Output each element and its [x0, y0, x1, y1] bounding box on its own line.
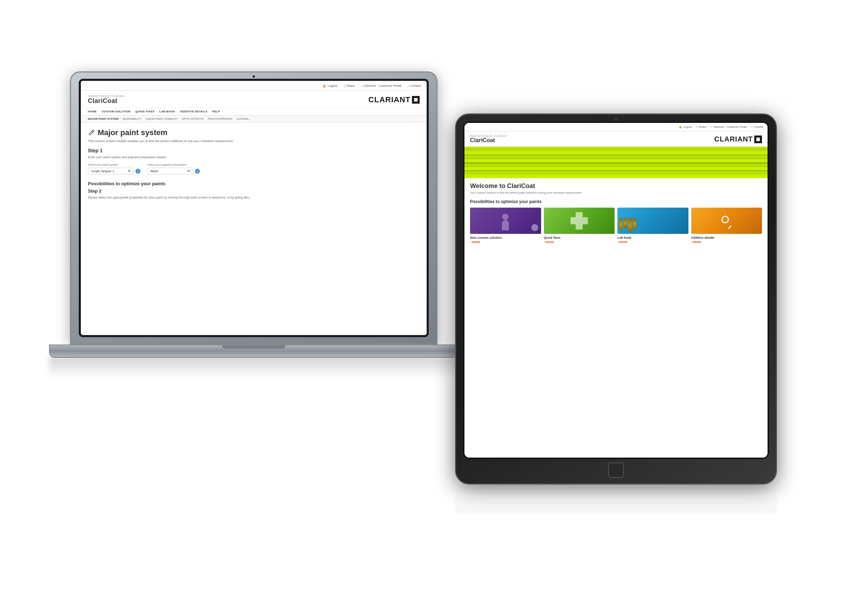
lab-cylinder-2 [624, 218, 627, 228]
tablet-welcome-desc: Your custom solution to find the perfect… [470, 191, 762, 194]
tablet-content: Welcome to ClariCoat Your custom solutio… [465, 178, 767, 248]
paint-system-select[interactable]: Acrylic lacquer 1 [88, 168, 133, 175]
paint-system-label: Select your paint system [88, 163, 140, 166]
laptop-screen-content: 🔒 Logout ⟨ Share ▪ ClariHub - Customer P… [81, 81, 427, 335]
page-title-text: Major paint system [98, 128, 167, 137]
tablet-logo-area: INNOVATIONS BY CLARIANT ClariCoat [470, 135, 507, 144]
hero-lines [465, 147, 767, 178]
portal-icon: ▪ [361, 84, 362, 87]
tablet-clariant-square-icon [754, 135, 762, 143]
nav-help[interactable]: HELP [212, 110, 220, 113]
laptop-contact-label: Contact [410, 84, 421, 87]
laptop-content: Major paint system This custom solution … [81, 123, 427, 205]
scene: 🔒 Logout ⟨ Share ▪ ClariHub - Customer P… [49, 43, 819, 569]
tablet-portal-item[interactable]: ▪ ClariHub - Customer Portal [711, 125, 747, 129]
laptop-clariant-text: CLARIANT [369, 95, 411, 104]
tablet-home-button[interactable] [608, 463, 624, 478]
tablet-camera [614, 118, 618, 121]
tablet-contact-icon: ▪ [752, 125, 753, 129]
laptop-step2-desc: Please select the appropriate properties… [88, 196, 420, 199]
card-quick-image [544, 208, 615, 234]
card-custom: New custom solution › MORE [470, 208, 541, 244]
subnav-liquid-paint[interactable]: LIQUID PAINT STABILITY [146, 117, 178, 120]
tablet-logout-label: Logout [683, 125, 691, 129]
tablet-lock-icon: 🔒 [679, 125, 682, 129]
laptop-step2-title: Step 2 [88, 188, 420, 194]
pigment-select[interactable]: Black [147, 168, 193, 175]
laptop-brand-label: ClariCoat [88, 97, 125, 105]
card-quick: Quick fixes › MORE [544, 208, 615, 244]
lab-cylinder-1 [619, 218, 623, 230]
nav-custom-solution[interactable]: CUSTOM SOLUTION [101, 110, 130, 113]
card-lab-more[interactable]: › MORE [617, 241, 688, 244]
card-quick-more[interactable]: › MORE [544, 241, 615, 244]
card-custom-more[interactable]: › MORE [470, 241, 541, 244]
tablet-logout-item[interactable]: 🔒 Logout [679, 125, 691, 129]
laptop-screen: 🔒 Logout ⟨ Share ▪ ClariHub - Customer P… [81, 81, 427, 335]
laptop-share-item[interactable]: ⟨ Share [344, 84, 355, 87]
tablet-screen-content: 🔒 Logout ⟨ Share ▪ ClariHub - Customer P… [465, 123, 767, 458]
laptop-portal-item[interactable]: ▪ ClariHub - Customer Portal [361, 84, 401, 87]
card-lab: Lab book › MORE [617, 208, 688, 244]
laptop-innovations-label: INNOVATIONS BY CLARIANT [88, 95, 125, 97]
subnav-optic-effects[interactable]: OPTIC EFFECTS [182, 117, 204, 120]
card-additive-more[interactable]: › MORE [691, 241, 762, 244]
tablet-hero [465, 147, 767, 178]
tablet-portal-icon: ▪ [711, 125, 712, 129]
laptop-contact-item[interactable]: ▪ Contact [408, 84, 421, 87]
magnifier-icon [721, 216, 732, 226]
tablet-welcome-title: Welcome to ClariCoat [470, 182, 762, 190]
tablet-contact-item[interactable]: ▪ Contact [752, 125, 763, 129]
tablet-topbar: 🔒 Logout ⟨ Share ▪ ClariHub - Customer P… [465, 123, 767, 131]
tablet-share-item[interactable]: ⟨ Share [696, 125, 706, 129]
laptop-nav: HOME CUSTOM SOLUTION QUICK FIXES LAB BOO… [81, 108, 427, 115]
laptop-selects-row: Select your paint system Acrylic lacquer… [88, 163, 420, 175]
nav-quick-fixes[interactable]: QUICK FIXES [135, 110, 154, 113]
laptop-logo-area: INNOVATIONS BY CLARIANT ClariCoat [88, 95, 125, 105]
laptop-step1-title: Step 1 [88, 148, 420, 153]
laptop-subnav: MAJOR PAINT SYSTEM WORKABILITY LIQUID PA… [81, 115, 427, 123]
card-custom-image [470, 208, 541, 234]
puzzle-icon [570, 212, 588, 230]
tablet-innovations-label: INNOVATIONS BY CLARIANT [470, 135, 507, 137]
tablet-device: 🔒 Logout ⟨ Share ▪ ClariHub - Customer P… [455, 113, 791, 499]
laptop-share-label: Share [347, 84, 355, 87]
pencil-icon [88, 129, 95, 136]
lab-cylinder-3 [628, 218, 632, 232]
pigment-wrapper: Black i [147, 168, 200, 175]
tablet-header: INNOVATIONS BY CLARIANT ClariCoat CLARIA… [465, 131, 767, 147]
tablet-clariant-text: CLARIANT [715, 135, 753, 143]
pigment-group: Select your pigment preparation Black i [147, 163, 200, 175]
paint-system-info-icon[interactable]: i [135, 169, 140, 174]
laptop-topbar: 🔒 Logout ⟨ Share ▪ ClariHub - Customer P… [81, 81, 427, 91]
pigment-info-icon[interactable]: i [195, 169, 200, 174]
card-additive: Additive details › MORE [691, 208, 762, 244]
paint-system-wrapper: Acrylic lacquer 1 i [88, 168, 140, 175]
subnav-workability[interactable]: WORKABILITY [123, 117, 141, 120]
subnav-major-paint[interactable]: MAJOR PAINT SYSTEM [88, 117, 119, 120]
card-lab-image [617, 208, 688, 234]
laptop-shadow [49, 357, 459, 378]
nav-home[interactable]: HOME [88, 110, 97, 113]
nav-additive-details[interactable]: ADDITIVE DETAILS [180, 110, 207, 113]
subnav-film-properties[interactable]: FILM PROPERTIES [208, 117, 232, 120]
laptop-optimize-title: Possibilities to optimize your paints [88, 181, 420, 186]
tablet-screen: 🔒 Logout ⟨ Share ▪ ClariHub - Customer P… [465, 123, 767, 458]
subnav-sustain[interactable]: SUSTAIN... [237, 117, 251, 120]
card-quick-title: Quick fixes [544, 236, 615, 239]
card-custom-title: New custom solution [470, 236, 541, 239]
nav-lab-book[interactable]: LAB BOOK [159, 110, 175, 113]
lab-cylinders [619, 218, 636, 232]
tablet-optimize-title: Possibilities to optimize your paints [470, 199, 762, 204]
tablet-clariant-logo: CLARIANT [715, 135, 762, 143]
clariant-square-icon [412, 96, 420, 104]
laptop-logout-item[interactable]: 🔒 Logout [322, 84, 337, 87]
laptop-body: 🔒 Logout ⟨ Share ▪ ClariHub - Customer P… [70, 71, 437, 345]
laptop-base [49, 345, 459, 358]
laptop-portal-label: ClariHub - Customer Portal [364, 84, 401, 87]
laptop-camera [253, 75, 255, 78]
tablet-portal-label: ClariHub - Customer Portal [713, 125, 747, 129]
laptop-page-title: Major paint system [88, 128, 420, 137]
magnifier-handle [728, 225, 732, 229]
laptop-clariant-logo: CLARIANT [369, 95, 420, 104]
